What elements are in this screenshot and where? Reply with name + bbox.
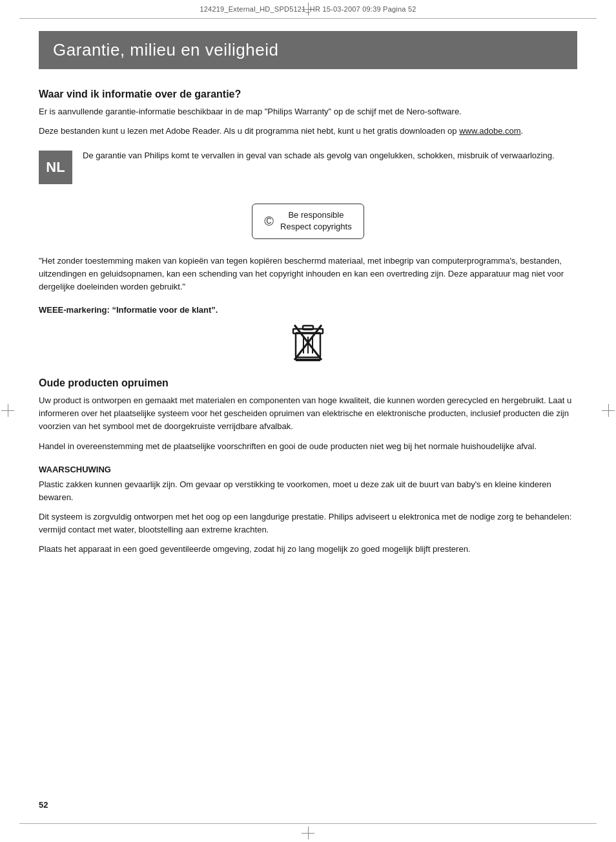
badge-center: © Be responsible Respect copyrights [39,197,577,247]
garantie-section: Waar vind ik informatie over de garantie… [39,89,577,138]
nl-badge: NL [39,151,72,184]
weee-icon-container [39,321,577,364]
garantie-para2-text: Deze bestanden kunt u lezen met Adobe Re… [39,126,459,136]
page-container: 124219_External_HD_SPD5121_HR 15-03-2007… [0,0,616,842]
copyright-text-block: Be responsible Respect copyrights [280,209,352,233]
garantie-para2-end: . [521,126,524,136]
header-bar: 124219_External_HD_SPD5121_HR 15-03-2007… [200,5,416,13]
warning-para1: Plastic zakken kunnen gevaarlijk zijn. O… [39,478,577,504]
oude-producten-heading: Oude producten opruimen [39,377,577,389]
warning-para2: Dit systeem is zorgvuldig ontworpen met … [39,510,577,536]
page-title: Garantie, milieu en veiligheid [53,40,278,59]
weee-heading: WEEE-markering: “Informatie voor de klan… [39,305,577,315]
rule-top [19,18,597,19]
weee-section: WEEE-markering: “Informatie voor de klan… [39,305,577,364]
warning-heading: WAARSCHUWING [39,465,577,474]
crosshair-left [1,404,14,417]
oude-producten-section: Oude producten opruimen Uw product is on… [39,377,577,453]
copyright-badge: © Be responsible Respect copyrights [252,204,364,238]
page-number: 52 [39,800,48,810]
copyright-icon: © [264,215,274,227]
title-banner: Garantie, milieu en veiligheid [39,31,577,69]
oude-producten-para1: Uw product is ontworpen en gemaakt met m… [39,394,577,433]
warning-para3: Plaats het apparaat in een goed geventil… [39,543,577,556]
nl-section: NL De garantie van Philips komt te verva… [39,149,577,184]
warning-section: WAARSCHUWING Plastic zakken kunnen gevaa… [39,465,577,556]
garantie-para1: Er is aanvullende garantie-informatie be… [39,105,577,118]
adobe-link[interactable]: www.adobe.com [459,126,520,136]
svg-rect-2 [303,326,313,330]
copyright-line2: Respect copyrights [280,221,352,233]
main-content: Garantie, milieu en veiligheid Waar vind… [39,31,577,593]
file-info: 124219_External_HD_SPD5121_HR 15-03-2007… [200,5,416,13]
nl-text: De garantie van Philips komt te vervalle… [83,149,577,184]
garantie-heading: Waar vind ik informatie over de garantie… [39,89,577,100]
oude-producten-para2: Handel in overeenstemming met de plaatse… [39,440,577,453]
copyright-line1: Be responsible [280,209,352,221]
copyright-notice: "Het zonder toestemming maken van kopieë… [39,255,577,293]
nl-label: NL [46,159,65,176]
rule-bottom [19,823,597,824]
crosshair-bottom [302,826,314,839]
content-area: Garantie, milieu en veiligheid Waar vind… [39,25,577,816]
crosshair-right [602,404,615,417]
weee-icon [291,321,325,363]
nl-paragraph: De garantie van Philips komt te vervalle… [83,149,577,162]
garantie-para2: Deze bestanden kunt u lezen met Adobe Re… [39,125,577,138]
svg-rect-8 [296,359,320,361]
